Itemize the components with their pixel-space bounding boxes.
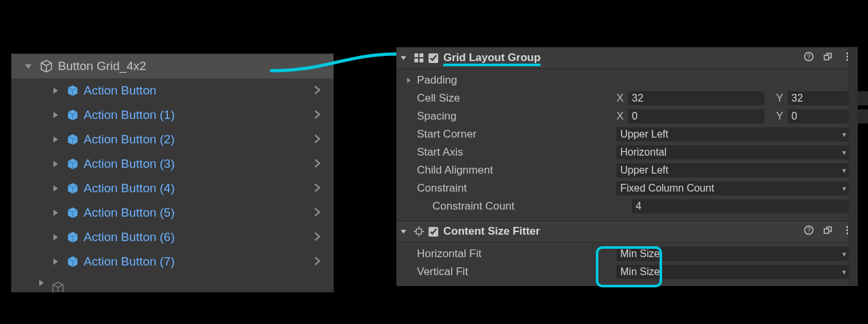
prop-start-corner: Start Corner Upper Left ▼ xyxy=(396,125,858,143)
axis-x-label: X xyxy=(616,92,628,105)
prop-label-text: Constraint Count xyxy=(432,200,515,213)
prefab-icon xyxy=(66,108,80,122)
open-prefab-icon[interactable] xyxy=(313,255,322,269)
foldout-closed-icon[interactable] xyxy=(50,208,60,218)
preset-icon[interactable] xyxy=(823,225,833,239)
svg-rect-1 xyxy=(420,53,423,57)
foldout-closed-icon[interactable] xyxy=(50,134,60,145)
prop-constraint-count: Constraint Count xyxy=(396,197,858,215)
constraint-count-input[interactable] xyxy=(632,199,851,213)
component-title: Grid Layout Group xyxy=(443,51,804,64)
hierarchy-item-child[interactable]: Action Button (5) xyxy=(12,201,333,225)
svg-rect-0 xyxy=(414,53,418,57)
svg-text:?: ? xyxy=(807,53,811,60)
hierarchy-item-child[interactable]: Action Button (6) xyxy=(12,225,333,249)
prop-label-text: Spacing xyxy=(417,110,456,123)
foldout-closed-icon[interactable] xyxy=(50,232,60,242)
dropdown-value: Upper Left xyxy=(620,129,669,140)
scrollbar[interactable] xyxy=(848,47,858,286)
prop-constraint: Constraint Fixed Column Count ▼ xyxy=(396,179,858,197)
child-alignment-dropdown[interactable]: Upper Left ▼ xyxy=(616,163,851,177)
gameobject-icon xyxy=(39,59,54,74)
prop-horizontal-fit: Horizontal Fit Min Size ▼ xyxy=(396,245,858,263)
start-corner-dropdown[interactable]: Upper Left ▼ xyxy=(616,127,851,141)
open-prefab-icon[interactable] xyxy=(313,157,322,171)
hierarchy-item-next[interactable] xyxy=(12,274,333,292)
foldout-closed-icon[interactable] xyxy=(50,86,60,96)
prop-padding[interactable]: Padding xyxy=(396,71,858,89)
prop-cell-size: Cell Size X Y xyxy=(396,89,858,107)
prop-label-text: Horizontal Fit xyxy=(417,248,481,260)
start-axis-dropdown[interactable]: Horizontal ▼ xyxy=(616,145,851,159)
hierarchy-item-label: Button Grid_4x2 xyxy=(58,59,333,73)
inspector-panel: Grid Layout Group ? Padding Cell Size X xyxy=(396,47,858,286)
hierarchy-item-parent[interactable]: Button Grid_4x2 xyxy=(12,54,333,78)
component-title: Content Size Fitter xyxy=(443,225,804,238)
hierarchy-item-child[interactable]: Action Button (3) xyxy=(12,152,333,176)
component-enabled-checkbox[interactable] xyxy=(429,227,438,237)
axis-y-label: Y xyxy=(776,110,788,123)
dropdown-value: Min Size xyxy=(620,248,660,260)
hierarchy-item-child[interactable]: Action Button (2) xyxy=(12,127,333,152)
foldout-open-icon[interactable] xyxy=(23,61,33,71)
hierarchy-item-child[interactable]: Action Button (7) xyxy=(12,249,333,274)
svg-text:?: ? xyxy=(807,227,811,234)
hierarchy-item-child[interactable]: Action Button (1) xyxy=(12,103,333,127)
open-prefab-icon[interactable] xyxy=(313,181,322,195)
horizontal-fit-dropdown[interactable]: Min Size ▼ xyxy=(616,247,851,261)
hierarchy-item-label: Action Button (4) xyxy=(84,181,333,195)
component-enabled-checkbox[interactable] xyxy=(429,53,438,63)
constraint-dropdown[interactable]: Fixed Column Count ▼ xyxy=(616,181,851,195)
dropdown-value: Fixed Column Count xyxy=(620,183,714,194)
prefab-icon xyxy=(66,157,80,171)
foldout-closed-icon[interactable] xyxy=(405,77,414,84)
prefab-icon xyxy=(66,181,80,195)
chevron-down-icon: ▼ xyxy=(841,149,847,156)
vertical-fit-dropdown[interactable]: Min Size ▼ xyxy=(616,265,851,279)
axis-x-label: X xyxy=(616,110,628,123)
prop-label-text: Constraint xyxy=(417,182,466,195)
prop-label-text: Padding xyxy=(417,74,457,87)
foldout-open-icon[interactable] xyxy=(400,228,409,235)
foldout-closed-icon[interactable] xyxy=(50,159,60,169)
foldout-closed-icon[interactable] xyxy=(50,110,60,120)
hierarchy-panel: Button Grid_4x2 Action Button Action But… xyxy=(11,53,334,292)
prop-start-axis: Start Axis Horizontal ▼ xyxy=(396,143,858,161)
open-prefab-icon[interactable] xyxy=(313,206,322,220)
prop-label-text: Vertical Fit xyxy=(417,266,468,278)
hierarchy-item-label: Action Button (1) xyxy=(84,108,333,122)
foldout-closed-icon[interactable] xyxy=(37,279,45,287)
component-header-content-size-fitter[interactable]: Content Size Fitter ? xyxy=(396,221,858,242)
component-header-grid-layout[interactable]: Grid Layout Group ? xyxy=(396,47,858,69)
foldout-open-icon[interactable] xyxy=(400,55,409,61)
hierarchy-item-label: Action Button (5) xyxy=(84,206,333,220)
content-size-fitter-icon xyxy=(413,226,425,237)
open-prefab-icon[interactable] xyxy=(313,230,322,244)
preset-icon[interactable] xyxy=(823,51,833,65)
hierarchy-item-child[interactable]: Action Button (4) xyxy=(12,176,333,201)
help-icon[interactable]: ? xyxy=(804,51,814,65)
foldout-closed-icon[interactable] xyxy=(50,256,60,267)
open-prefab-icon[interactable] xyxy=(313,108,322,122)
hierarchy-item-child[interactable]: Action Button xyxy=(12,78,333,103)
hierarchy-item-label: Action Button (3) xyxy=(84,157,333,171)
prop-vertical-fit: Vertical Fit Min Size ▼ xyxy=(396,263,858,281)
hierarchy-item-label: Action Button xyxy=(84,84,333,98)
chevron-down-icon: ▼ xyxy=(841,269,847,276)
prefab-icon xyxy=(66,132,80,147)
chevron-down-icon: ▼ xyxy=(841,167,847,174)
prop-label-text: Cell Size xyxy=(417,92,460,105)
foldout-closed-icon[interactable] xyxy=(50,183,60,194)
dropdown-value: Upper Left xyxy=(620,165,669,176)
prop-child-alignment: Child Alignment Upper Left ▼ xyxy=(396,161,858,179)
open-prefab-icon[interactable] xyxy=(313,132,322,147)
help-icon[interactable]: ? xyxy=(804,225,814,239)
spacing-x-input[interactable] xyxy=(628,109,764,123)
cell-size-x-input[interactable] xyxy=(628,91,764,105)
dropdown-value: Min Size xyxy=(620,266,660,278)
svg-rect-6 xyxy=(824,55,829,60)
prefab-icon xyxy=(66,206,80,220)
open-prefab-icon[interactable] xyxy=(313,84,322,98)
hierarchy-item-label: Action Button (2) xyxy=(84,132,333,147)
content-size-fitter-body: Horizontal Fit Min Size ▼ Vertical Fit M… xyxy=(396,242,858,286)
